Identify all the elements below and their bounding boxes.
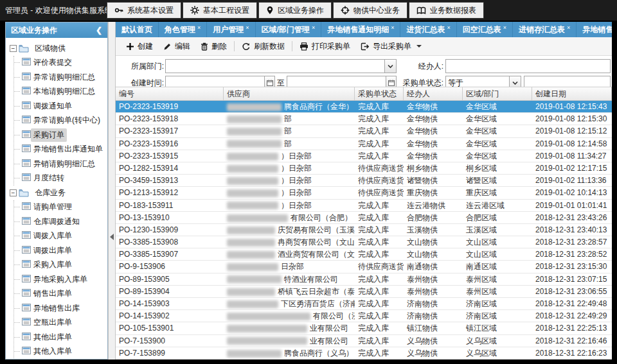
- tab-回空汇总表[interactable]: 回空汇总表×: [457, 22, 513, 37]
- menu-button-supply-center[interactable]: 物供中心业务: [333, 2, 407, 19]
- edit-button[interactable]: 编辑: [158, 41, 195, 52]
- panel-splitter[interactable]: [108, 22, 116, 360]
- cell-region: 义乌区域: [463, 347, 532, 359]
- sidebar-item-采购入库单[interactable]: 采购入库单: [14, 258, 107, 273]
- sidebar-item-异销出库调整[interactable]: 异销出库调整: [14, 359, 107, 360]
- tree-folder[interactable]: −仓库业务: [8, 186, 107, 200]
- table-row[interactable]: PO-2323-153916部完成入库金华物供金华区域2019-01-08 12…: [116, 138, 612, 150]
- sidebar-item-异地销售出库通知单[interactable]: 异地销售出库通知单: [14, 143, 107, 157]
- export-po-button[interactable]: 导出采购单: [355, 41, 427, 52]
- menu-button-engineering-settings[interactable]: 基本工程设置: [183, 2, 257, 19]
- agent-field[interactable]: [445, 59, 611, 73]
- tab-close-icon[interactable]: ×: [197, 24, 201, 31]
- sidebar-item-本地请购明细汇总[interactable]: 本地请购明细汇总: [14, 85, 107, 100]
- sidebar-item-异常请购单(转中心)[interactable]: 异常请购单(转中心): [14, 114, 107, 128]
- column-header-date[interactable]: 创建日期: [532, 87, 612, 100]
- sidebar-item-异常请购明细汇总[interactable]: 异常请购明细汇总: [14, 70, 107, 85]
- tree-collapse-icon[interactable]: −: [10, 189, 17, 196]
- table-row[interactable]: PO-13-153910有限公司（合肥）完成入库合肥物供合肥区域2018-12-…: [116, 212, 612, 224]
- create-button[interactable]: 创建: [121, 41, 158, 52]
- cell-region: 玉溪区域: [463, 224, 532, 236]
- sidebar-item-调拨出库单[interactable]: 调拨出库单: [14, 243, 107, 258]
- sidebar-item-空瓶出库单[interactable]: 空瓶出库单: [14, 316, 107, 331]
- cell-status: 完成入库: [355, 248, 404, 260]
- table-row[interactable]: PO-2323-153917部完成入库金华物供金华区域2019-01-08 12…: [116, 125, 612, 137]
- tab-角色管理[interactable]: 角色管理×: [159, 22, 207, 37]
- tab-close-icon[interactable]: ×: [447, 24, 450, 31]
- tree-folder[interactable]: −区域物供: [8, 41, 107, 56]
- table-row[interactable]: PO-1213-153912）日杂部待供应商送货重庆物供重庆区域2019-01-…: [116, 187, 612, 199]
- menu-button-label: 业务数据报表: [430, 5, 476, 16]
- table-row[interactable]: PO-3459-153913）日杂部待供应商送货诸暨物供诸暨区域2019-01-…: [116, 175, 612, 187]
- column-header-status[interactable]: 采购单状态: [355, 87, 404, 100]
- tab-bar: 默认首页角色管理×用户管理×区域/部门管理×异地销售通知明细×进货汇总表×回空汇…: [116, 22, 612, 37]
- sidebar-item-月度结转[interactable]: 月度结转: [14, 171, 107, 186]
- tab-close-icon[interactable]: ×: [503, 24, 506, 31]
- table-row[interactable]: PO-1282-153914）日杂部待供应商送货桐乡物供桐乡区域2019-01-…: [116, 162, 612, 175]
- delete-button[interactable]: 删除: [195, 41, 232, 52]
- tree-item-label: 异地销售出库通知单: [31, 143, 105, 156]
- tab-默认首页[interactable]: 默认首页: [116, 22, 159, 37]
- splitter-collapse-icon[interactable]: [110, 234, 114, 240]
- menu-button-data-reports[interactable]: 业务数据报表: [409, 2, 484, 19]
- tab-close-icon[interactable]: ×: [567, 24, 570, 31]
- column-header-region[interactable]: 区域/部门: [463, 87, 532, 100]
- table-row[interactable]: PO-9-153906日杂部待供应商送货南通物供南通区域2018-12-31 2…: [116, 261, 612, 273]
- tab-close-icon[interactable]: ×: [391, 24, 394, 31]
- table-row[interactable]: PO-3385-153908冉商贸有限公司（文山）完成入库文山物供文山区域201…: [116, 236, 612, 248]
- table-row[interactable]: PO-89-153905特酒业有限公司完成入库泰州物供泰州区域2018-12-3…: [116, 273, 612, 286]
- sidebar-item-调拨入库单[interactable]: 调拨入库单: [14, 229, 107, 244]
- sidebar-item-异地销售出库[interactable]: 异地销售出库: [14, 301, 107, 316]
- top-bar: 管理员 - 欢迎使用物供集服系统 - 系统基本设置 基本工程设置 区域业务操作 …: [0, 0, 617, 21]
- tab-进销存汇总表[interactable]: 进销存汇总表×: [513, 22, 577, 37]
- print-po-button[interactable]: 打印采购单: [294, 41, 355, 52]
- table-row[interactable]: PO-7-153900业有限公司完成入库义乌物供义乌区域2018-12-31 2…: [116, 335, 612, 347]
- column-header-id[interactable]: 编号: [116, 87, 224, 100]
- tab-异地销售通知明细[interactable]: 异地销售通知明细×: [321, 22, 400, 37]
- table-row[interactable]: PO-14-153903下区勇清百货店（济南）完成入库济南物供济南区域2018-…: [116, 298, 612, 310]
- sidebar-item-请购单管理[interactable]: 请购单管理: [14, 200, 107, 215]
- tab-close-icon[interactable]: ×: [246, 24, 249, 31]
- table-row[interactable]: PO-7-153899腾食品商行（义乌）完成入库义乌物供义乌区域2018-12-…: [116, 347, 612, 360]
- toolbar-separator: [234, 41, 235, 51]
- table-row[interactable]: PO-105-153901业有限公司完成入库镇江物供镇江区域2018-12-31…: [116, 322, 612, 334]
- tab-close-icon[interactable]: ×: [312, 24, 315, 31]
- table-row[interactable]: PO-1230-153909庆贸易有限公司（玉溪）完成入库玉溪物供玉溪区域201…: [116, 224, 612, 236]
- table-row[interactable]: PO-3385-153907酒业商贸有限公司（文山）完成入库文山物供文山区域20…: [116, 248, 612, 261]
- cell-supplier: 部: [224, 113, 355, 125]
- menu-button-system-settings[interactable]: 系统基本设置: [107, 2, 181, 19]
- table-row[interactable]: PO-2323-153919腾食品商行（金华）完成入库金华物供金华区域2019-…: [116, 101, 612, 113]
- table-row[interactable]: PO-89-153904桥镇飞云日杂超市（泰州）完成入库泰州物供泰州区域2018…: [116, 286, 612, 298]
- sidebar-item-销售出库单[interactable]: 销售出库单: [14, 287, 107, 302]
- document-icon: [22, 289, 31, 299]
- tab-用户管理[interactable]: 用户管理×: [207, 22, 255, 37]
- sidebar-item-采购订单[interactable]: 采购订单: [14, 128, 107, 143]
- redacted-blur-block: [227, 337, 307, 345]
- agent-input[interactable]: [446, 60, 610, 73]
- chevron-down-icon[interactable]: [384, 60, 396, 73]
- sidebar-item-仓库调拨通知[interactable]: 仓库调拨通知: [14, 214, 107, 229]
- tab-区域/部门管理[interactable]: 区域/部门管理×: [256, 22, 322, 37]
- sidebar-item-评价表提交[interactable]: 评价表提交: [14, 56, 107, 71]
- table-row[interactable]: PO-2323-153918部完成入库金华物供金华区域2019-01-08 12…: [116, 113, 612, 125]
- sidebar-item-异销请购明细汇总[interactable]: 异销请购明细汇总: [14, 157, 107, 171]
- tab-进货汇总表[interactable]: 进货汇总表×: [400, 22, 456, 37]
- menu-button-region-operations[interactable]: 区域业务操作: [258, 2, 332, 19]
- tree-collapse-icon[interactable]: −: [10, 45, 17, 52]
- table-row[interactable]: PO-2323-153915）日杂部完成入库金华物供金华区域2019-01-08…: [116, 150, 612, 162]
- column-header-supplier[interactable]: 供应商: [224, 87, 355, 100]
- dept-combobox[interactable]: [165, 59, 397, 73]
- sidebar-item-其他入库单[interactable]: 其他入库单: [14, 345, 107, 360]
- sidebar-item-调拨通知单[interactable]: 调拨通知单: [14, 99, 107, 114]
- cell-supplier: 业有限公司: [224, 322, 355, 334]
- dept-input[interactable]: [166, 60, 384, 73]
- refresh-button[interactable]: 刷新数据: [237, 41, 290, 52]
- table-row[interactable]: PO-14-153902有限公司（济南）完成入库济南物供济南区域2018-12-…: [116, 310, 612, 322]
- tree-item-label: 异地销售出库: [31, 302, 82, 315]
- sidebar-item-异地采购入库单[interactable]: 异地采购入库单: [14, 272, 107, 287]
- collapse-panel-icon[interactable]: ❮: [96, 22, 102, 38]
- table-row[interactable]: PO-183-153911）日杂部完成入库连云港物供连云港区域2019-01-0…: [116, 200, 612, 212]
- sidebar-item-其他出库单[interactable]: 其他出库单: [14, 330, 107, 345]
- tab-异地销售调整明细[interactable]: 异地销售调整明细×: [577, 22, 612, 37]
- column-header-agent[interactable]: 经办人: [404, 87, 463, 100]
